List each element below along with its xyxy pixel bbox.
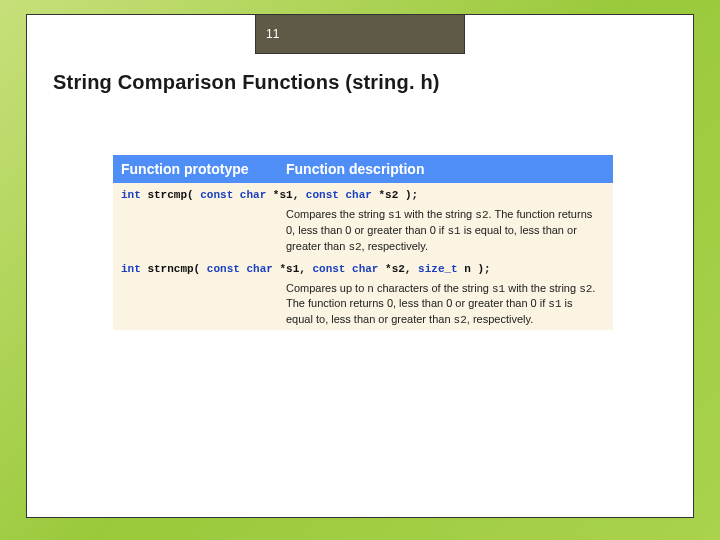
function-prototype: int strcmp( const char *s1, const char *…	[121, 189, 605, 201]
table-header-description: Function description	[286, 161, 605, 177]
slide-card: 11 String Comparison Functions (string. …	[26, 14, 694, 518]
table-row: int strcmp( const char *s1, const char *…	[113, 183, 613, 257]
table-header-prototype: Function prototype	[121, 161, 286, 177]
slide-number: 11	[266, 27, 279, 41]
slide-number-band: 11	[255, 14, 465, 54]
slide-stage: 11 String Comparison Functions (string. …	[0, 0, 720, 540]
function-table: Function prototype Function description …	[113, 155, 613, 330]
table-header: Function prototype Function description	[113, 155, 613, 183]
slide-heading: String Comparison Functions (string. h)	[53, 71, 440, 94]
function-description: Compares up to n characters of the strin…	[286, 281, 605, 329]
function-prototype: int strncmp( const char *s1, const char …	[121, 263, 605, 275]
table-row: int strncmp( const char *s1, const char …	[113, 257, 613, 331]
function-description: Compares the string s1 with the string s…	[286, 207, 605, 255]
